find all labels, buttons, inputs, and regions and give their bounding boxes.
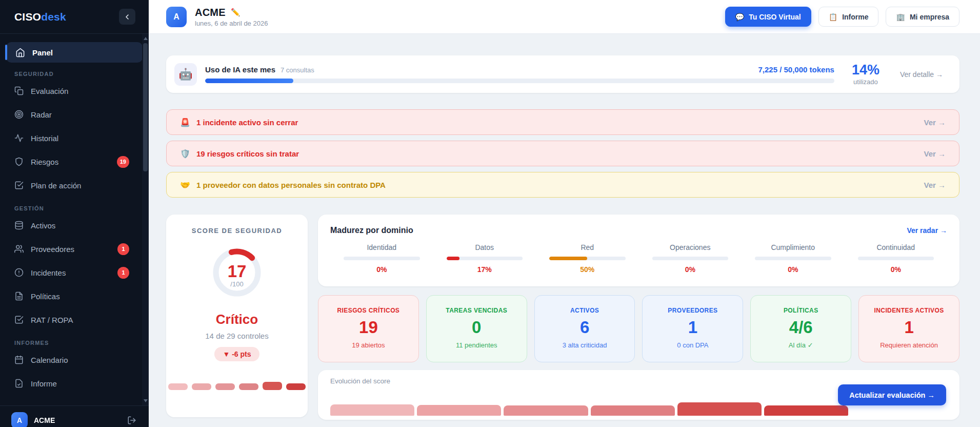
shield-emoji-icon: 🛡️ <box>180 149 190 159</box>
handshake-icon: 🤝 <box>180 180 190 190</box>
ai-detail-link[interactable]: Ver detalle → <box>900 70 943 79</box>
main-content: A ACME ✏️ lunes, 6 de abril de 2026 💬 Tu… <box>149 0 980 427</box>
app-logo: CISOdesk <box>14 11 66 23</box>
madurez-pct: 0% <box>858 265 934 274</box>
score-title: SCORE DE SEGURIDAD <box>166 227 308 235</box>
alert-ver-link[interactable]: Ver → <box>924 149 946 158</box>
evolution-bar <box>330 404 414 416</box>
madurez-title: Madurez por dominio <box>330 226 413 235</box>
kpi-politicas[interactable]: POLÍTICAS 4/6 Al día ✓ <box>750 295 851 362</box>
sidebar-item-radar[interactable]: Radar <box>0 103 149 126</box>
ai-usage-queries: 7 consultas <box>281 66 314 74</box>
ai-percent: 14% <box>852 63 879 77</box>
domain-identidad: Identidad 0% <box>330 243 433 274</box>
kpi-tareas-vencidas[interactable]: TAREAS VENCIDAS 0 11 pendientes <box>426 295 527 362</box>
scrollbar-thumb[interactable] <box>143 43 148 171</box>
informe-button[interactable]: 📋 Informe <box>818 7 879 27</box>
sidebar-item-label: Riesgos <box>31 158 58 166</box>
calendar-icon <box>14 355 24 364</box>
score-trend-bar <box>263 382 282 390</box>
topbar-actions: 💬 Tu CISO Virtual 📋 Informe 🏢 Mi empresa <box>725 7 959 27</box>
kpi-row: RIESGOS CRÍTICOS 19 19 abiertos TAREAS V… <box>318 295 959 362</box>
madurez-domains: Identidad 0% Datos 17% Red 50% <box>330 243 947 274</box>
company-block: ACME ✏️ lunes, 6 de abril de 2026 <box>195 7 268 27</box>
sidebar-user-row[interactable]: A ACME <box>0 405 149 427</box>
alert-circle-icon <box>14 268 24 277</box>
alert-incidente[interactable]: 🚨 1 incidente activo sin cerrar Ver → <box>166 109 959 135</box>
sidebar-nav: Panel SEGURIDAD Evaluación Radar Histori… <box>0 34 149 406</box>
edit-pencil-icon[interactable]: ✏️ <box>231 8 241 17</box>
sidebar-item-evaluacion[interactable]: Evaluación <box>0 79 149 103</box>
score-trend-bar <box>239 383 258 390</box>
kpi-incidentes-activos[interactable]: INCIDENTES ACTIVOS 1 Requieren atención <box>858 295 959 362</box>
evolution-bar <box>677 402 762 416</box>
copy-icon <box>14 86 24 95</box>
ai-usage-card: 🤖 Uso de IA este mes 7 consultas 7,225 /… <box>166 55 959 93</box>
scroll-up-arrow[interactable] <box>144 37 148 40</box>
evolution-title: Evolución del score <box>330 377 390 385</box>
domain-datos: Datos 17% <box>433 243 536 274</box>
chat-bubble-icon: 💬 <box>735 13 744 21</box>
check-square-icon <box>14 315 24 324</box>
score-trend-bar <box>286 383 306 390</box>
sidebar-item-riesgos[interactable]: Riesgos 19 <box>0 150 149 173</box>
kpi-riesgos-criticos[interactable]: RIESGOS CRÍTICOS 19 19 abiertos <box>318 295 419 362</box>
alert-ver-link[interactable]: Ver → <box>924 118 946 127</box>
ciso-virtual-button[interactable]: 💬 Tu CISO Virtual <box>725 7 811 27</box>
madurez-pct: 0% <box>652 265 729 274</box>
score-trend-bars <box>166 382 308 390</box>
sidebar-item-incidentes[interactable]: Incidentes 1 <box>0 261 149 284</box>
mi-empresa-button[interactable]: 🏢 Mi empresa <box>886 7 959 27</box>
activity-icon <box>14 133 24 143</box>
sidebar-item-rat-ropa[interactable]: RAT / ROPA <box>0 308 149 332</box>
alert-riesgos[interactable]: 🛡️ 19 riesgos críticos sin tratar Ver → <box>166 141 959 166</box>
sidebar-item-plan-de-accion[interactable]: Plan de acción <box>0 173 149 197</box>
database-icon <box>14 221 24 230</box>
sidebar-item-label: Informe <box>31 379 57 388</box>
alert-proveedor-dpa[interactable]: 🤝 1 proveedor con datos personales sin c… <box>166 172 959 198</box>
sidebar-item-label: Proveedores <box>31 245 74 254</box>
actualizar-evaluacion-button[interactable]: Actualizar evaluación → <box>838 384 946 405</box>
sidebar-collapse-button[interactable] <box>119 9 135 25</box>
score-max: /100 <box>212 280 262 288</box>
logout-icon[interactable] <box>127 416 136 425</box>
sidebar-item-historial[interactable]: Historial <box>0 126 149 150</box>
sidebar-item-panel[interactable]: Panel <box>6 42 143 63</box>
sidebar-item-label: RAT / ROPA <box>31 316 73 324</box>
sidebar-item-informe[interactable]: Informe <box>0 372 149 395</box>
kpi-proveedores[interactable]: PROVEEDORES 1 0 con DPA <box>642 295 743 362</box>
sidebar-item-calendario[interactable]: Calendario <box>0 348 149 372</box>
evolution-bar <box>417 405 501 416</box>
score-trend-bar <box>192 383 211 390</box>
ai-usage-title: Uso de IA este mes <box>205 65 275 74</box>
madurez-pct: 50% <box>549 265 626 274</box>
sidebar-item-proveedores[interactable]: Proveedores 1 <box>0 237 149 261</box>
kpi-activos[interactable]: ACTIVOS 6 3 alta criticidad <box>534 295 635 362</box>
score-controls: 14 de 29 controles <box>166 332 308 340</box>
user-avatar: A <box>11 412 28 427</box>
ai-usage-tokens: 7,225 / 50,000 tokens <box>758 65 834 74</box>
user-name: ACME <box>34 416 55 424</box>
score-evolution-card: Evolución del score Actualizar evaluació… <box>318 370 959 420</box>
domain-red: Red 50% <box>536 243 639 274</box>
siren-icon: 🚨 <box>180 118 190 127</box>
ver-radar-link[interactable]: Ver radar → <box>907 226 947 235</box>
sidebar-item-politicas[interactable]: Políticas <box>0 284 149 308</box>
scroll-down-arrow[interactable] <box>144 399 148 402</box>
ai-progress-track <box>205 79 834 83</box>
sidebar-scrollbar[interactable] <box>142 34 149 405</box>
security-score-card: SCORE DE SEGURIDAD 17 /100 Crítico 14 de… <box>166 215 308 417</box>
ai-progress-fill <box>205 79 293 83</box>
sidebar-item-label: Radar <box>31 110 52 119</box>
topbar: A ACME ✏️ lunes, 6 de abril de 2026 💬 Tu… <box>149 0 980 34</box>
madurez-fill <box>549 257 587 260</box>
alert-ver-link[interactable]: Ver → <box>924 181 946 189</box>
sidebar-item-label: Evaluación <box>31 87 68 95</box>
evolution-bar <box>764 405 848 416</box>
riesgos-badge: 19 <box>117 156 129 168</box>
sidebar-item-label: Activos <box>31 221 55 230</box>
sidebar-item-activos[interactable]: Activos <box>0 214 149 237</box>
sidebar-header: CISOdesk <box>0 0 149 34</box>
file-text-icon <box>14 292 24 301</box>
madurez-card: Madurez por dominio Ver radar → Identida… <box>318 215 959 286</box>
